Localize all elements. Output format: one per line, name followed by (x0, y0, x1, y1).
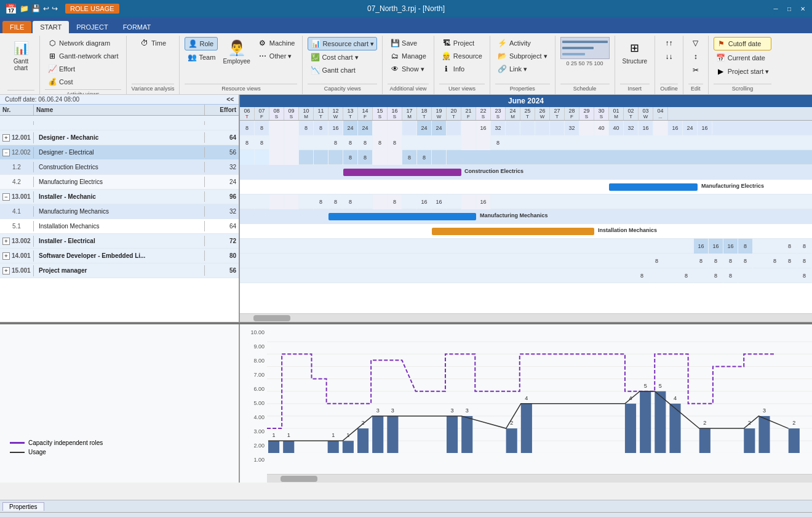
table-row-8[interactable]: +14.001 Software Developer - Embedded Li… (0, 249, 239, 263)
properties-group-label: Properties (495, 84, 550, 92)
tab-format[interactable]: FORMAT (116, 21, 159, 33)
window-title: 07_North_3.rpj - [North] (367, 4, 445, 13)
y-1: 1.00 (253, 457, 265, 463)
outline-down-button[interactable]: ↓↓ (661, 50, 676, 63)
nav-button[interactable]: << (226, 96, 234, 103)
expand-icon-7[interactable]: + (2, 238, 10, 245)
bar-label-36: 2 (792, 420, 795, 426)
gantt-chart-button[interactable]: 📊 Ganttchart (7, 37, 34, 73)
structure-button[interactable]: ⊞ Structure (620, 37, 650, 66)
save-view-button[interactable]: 💾 Save (388, 37, 429, 49)
table-row-6[interactable]: 5.1 Installation Mechanics 64 (0, 219, 239, 234)
cost-chart-button[interactable]: 💹 Cost chart ▾ (308, 51, 377, 63)
subproject-icon: 📂 (498, 51, 507, 61)
activity-prop-button[interactable]: ⚡ Activity (495, 37, 550, 49)
employee-large-button[interactable]: 👨‍💼 Employee (220, 37, 252, 66)
table-row-1[interactable]: −12.002 Designer - Electrical 56 (0, 145, 239, 160)
tab-file[interactable]: FILE (2, 21, 31, 33)
structure-label: Structure (623, 58, 648, 65)
minimize-button[interactable]: ─ (771, 4, 780, 13)
gantt-network-button[interactable]: ⊞ Gantt-network chart (45, 50, 121, 62)
maximize-button[interactable]: □ (785, 4, 794, 13)
role-button[interactable]: 👤 Role (185, 37, 218, 50)
resource-view-label: Resource (453, 52, 482, 60)
close-button[interactable]: ✕ (798, 4, 807, 13)
legend-capacity-line (10, 442, 25, 444)
expand-icon-0[interactable]: + (2, 134, 10, 142)
table-row-7[interactable]: +13.002 Installer - Electrical 72 (0, 234, 239, 249)
expand-icon-9[interactable]: + (2, 267, 10, 275)
tab-project[interactable]: PROJECT (69, 21, 115, 33)
bar-label-1: 1 (273, 432, 276, 438)
chart-scrollbar-thumb[interactable] (281, 476, 317, 482)
g2-4 (299, 150, 314, 165)
table-row-0[interactable]: +12.001 Designer - Mechanic 64 (0, 130, 239, 145)
resource-views-content: 👤 Role 👥 Team 👨‍💼 Employee ⚙ Machine ⋯ (185, 36, 297, 84)
row-effort-6: 64 (205, 221, 239, 231)
current-date-button[interactable]: 📅 Current date (714, 52, 772, 64)
undo-icon[interactable]: ↩ (43, 4, 49, 13)
g2-2 (269, 150, 284, 165)
manage-label: Manage (402, 52, 426, 60)
outline-up-button[interactable]: ↑↑ (661, 37, 676, 49)
link-button[interactable]: 🔗 Link ▾ (495, 63, 550, 75)
time-button[interactable]: ⏱ Time (137, 37, 169, 49)
schedule-col: 0 25 50 75 100 (560, 37, 610, 66)
schedule-bar3 (562, 53, 585, 55)
g1-14 (447, 135, 461, 150)
table-row-3[interactable]: 4.2 Manufacturing Electrics 24 (0, 175, 239, 190)
effort-button[interactable]: 📈 Effort (45, 63, 121, 75)
sort-button[interactable]: ↕ (688, 50, 703, 63)
cell-h-19 (520, 121, 535, 135)
bar-7 (357, 428, 368, 453)
network-diagram-button[interactable]: ⬡ Network diagram (45, 37, 121, 49)
cutoff-date-button[interactable]: ⚑ Cutoff date (714, 37, 772, 50)
team-button[interactable]: 👥 Team (185, 51, 218, 63)
resource-view-button[interactable]: 👷 Resource (439, 50, 485, 62)
other-button[interactable]: ⋯ Other ▾ (255, 50, 298, 62)
folder-icon[interactable]: 📁 (20, 4, 29, 13)
bar-8 (372, 416, 383, 453)
construction-bar (343, 169, 461, 176)
redo-icon[interactable]: ↪ (52, 4, 58, 13)
gantt-chart-cap-button[interactable]: 📉 Gantt chart (308, 64, 377, 76)
table-row-5[interactable]: 4.1 Manufacturing Mechanics 32 (0, 204, 239, 219)
properties-tab[interactable]: Properties (2, 502, 44, 511)
project-view-button[interactable]: 🏗 Project (439, 37, 485, 49)
edit-tools-button[interactable]: ✂ (688, 64, 703, 76)
g8-8: 8 (738, 239, 753, 254)
table-row-2[interactable]: 1.2 Construction Electrics 32 (0, 160, 239, 175)
y-3: 3.00 (253, 428, 265, 435)
chart-scrollbar[interactable] (267, 474, 812, 483)
resource-view-icon: 👷 (442, 51, 452, 61)
row-effort-3: 24 (205, 177, 239, 187)
info-view-button[interactable]: ℹ Info (439, 63, 485, 75)
day-12: 12W (328, 107, 343, 120)
filter-button[interactable]: ▽ (688, 37, 703, 49)
table-row-9[interactable]: +15.001 Project manager 56 (0, 263, 239, 278)
cost-button[interactable]: 💰 Cost (45, 76, 121, 88)
app-icon: 📅 (5, 3, 17, 15)
save-icon[interactable]: 💾 (31, 4, 41, 13)
bar-36 (789, 428, 800, 453)
scrollbar-thumb[interactable] (253, 315, 290, 321)
table-row-4[interactable]: −13.001 Installer - Mechanic 96 (0, 190, 239, 204)
day-10: 10M (299, 107, 314, 120)
expand-icon-8[interactable]: + (2, 252, 10, 260)
expand-icon-4[interactable]: − (2, 193, 10, 201)
other-label: Other ▾ (269, 52, 292, 60)
expand-icon-1[interactable]: − (2, 149, 10, 156)
gantt-scrollbar[interactable] (240, 313, 812, 322)
other-icon: ⋯ (258, 51, 268, 61)
group-properties: ⚡ Activity 📂 Subproject ▾ 🔗 Link ▾ Prope… (490, 36, 555, 94)
project-start-button[interactable]: ▶ Project start ▾ (714, 65, 772, 78)
bar-34 (758, 416, 770, 453)
subproject-button[interactable]: 📂 Subproject ▾ (495, 50, 550, 62)
resource-chart-button[interactable]: 📊 Resource chart ▾ (308, 37, 377, 50)
manage-button[interactable]: 🗂 Manage (388, 50, 429, 62)
legend-usage-line (10, 452, 25, 453)
show-button[interactable]: 👁 Show ▾ (388, 63, 429, 75)
tab-start[interactable]: START (33, 21, 69, 33)
machine-button[interactable]: ⚙ Machine (255, 37, 298, 49)
g2-9 (373, 150, 388, 165)
